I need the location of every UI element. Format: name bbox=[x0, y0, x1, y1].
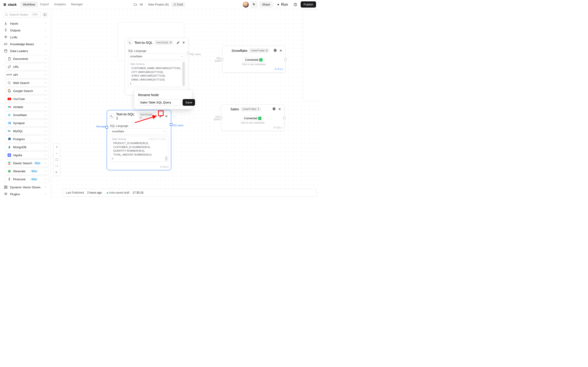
breadcrumb-folder[interactable]: All bbox=[139, 3, 143, 6]
scrollbar[interactable] bbox=[182, 62, 185, 86]
drag-handle-icon[interactable] bbox=[44, 138, 47, 140]
sidebar-item-google-search[interactable]: Google Search bbox=[5, 87, 49, 94]
sidebar-item-synapse[interactable]: Synapse bbox=[5, 119, 49, 127]
rename-input[interactable] bbox=[138, 99, 181, 106]
http-icon: HTTP bbox=[7, 73, 11, 77]
schema-textarea[interactable]: Table Schema…HAR(16777216), PRODUCT_ID N… bbox=[110, 136, 168, 162]
cursor-button[interactable] bbox=[251, 1, 258, 8]
sidebar-item-elastic-search[interactable]: Elastic SearchBeta bbox=[5, 159, 49, 167]
run-button[interactable]: Run bbox=[275, 1, 290, 8]
drag-handle-icon[interactable] bbox=[44, 154, 47, 156]
scrollbar[interactable] bbox=[165, 156, 167, 161]
drag-handle-icon[interactable] bbox=[44, 81, 47, 84]
nav-dynamic-vector-stores[interactable]: Dynamic Vector Stores bbox=[2, 184, 49, 191]
drag-handle-icon[interactable] bbox=[44, 73, 47, 76]
drag-handle-icon[interactable] bbox=[44, 178, 47, 181]
sidebar-item-airtable[interactable]: Airtable bbox=[5, 103, 49, 110]
sidebar-item-label: Pinecone bbox=[13, 177, 26, 181]
port-in[interactable] bbox=[105, 126, 108, 129]
node-text-to-sql-0[interactable]: Text-to-SQL text2sql-0 SQL Language snow… bbox=[125, 38, 188, 95]
lang-select[interactable]: snowflake bbox=[128, 53, 185, 59]
nav-outputs[interactable]: Outputs bbox=[2, 27, 49, 34]
node-snowflake-1[interactable]: Sales snowflake-1 Connected✓ Click to se… bbox=[221, 104, 284, 131]
clock-button[interactable] bbox=[292, 1, 299, 8]
lang-select[interactable]: snowflake bbox=[110, 128, 168, 134]
schema-textarea[interactable]: Table Schema CUSTOMER_NAME VARCHAR(16777… bbox=[128, 61, 185, 87]
nav-inputs[interactable]: Inputs bbox=[2, 20, 49, 27]
sidebar-item-snowflake[interactable]: Snowflake bbox=[5, 111, 49, 119]
sidebar-item-pinecone[interactable]: PineconeBeta bbox=[5, 175, 49, 182]
sidebar-item-documents[interactable]: Documents bbox=[5, 55, 49, 62]
svg-rect-14 bbox=[4, 186, 6, 187]
sidebar-item-web-search[interactable]: Web Search bbox=[5, 79, 49, 86]
drag-handle-icon[interactable] bbox=[44, 162, 47, 165]
port-in[interactable] bbox=[221, 58, 224, 61]
chevron-right-icon bbox=[44, 29, 47, 32]
chevron-down-icon bbox=[163, 130, 166, 133]
node-downstream-hidden[interactable] bbox=[303, 9, 319, 101]
close-node-button[interactable] bbox=[164, 114, 169, 118]
nav-knowledge-bases[interactable]: Knowledge Bases bbox=[2, 41, 49, 48]
drag-handle-icon[interactable] bbox=[44, 170, 47, 173]
logo[interactable]: stack bbox=[3, 2, 17, 7]
zoom-out[interactable]: − bbox=[53, 150, 60, 156]
port-in[interactable] bbox=[220, 117, 222, 119]
zoom-grid[interactable] bbox=[53, 163, 60, 169]
edit-node-button[interactable] bbox=[176, 40, 180, 45]
tab-workflow[interactable]: Workflow bbox=[20, 2, 37, 7]
publish-button[interactable]: Publish bbox=[301, 1, 316, 8]
drag-handle-icon[interactable] bbox=[44, 65, 47, 68]
canvas[interactable]: Message Text-to-SQL text2sql-0 SQL Langu… bbox=[51, 9, 319, 199]
drag-handle-icon[interactable] bbox=[44, 122, 47, 124]
search-input[interactable]: Search Nodes CtrlK bbox=[3, 11, 41, 18]
collapse-sidebar-button[interactable] bbox=[42, 12, 48, 18]
port-out[interactable] bbox=[170, 123, 173, 126]
port-out[interactable] bbox=[284, 58, 287, 61]
drag-handle-icon[interactable] bbox=[44, 146, 47, 148]
close-node-button[interactable] bbox=[181, 40, 186, 45]
settings-button[interactable] bbox=[273, 48, 277, 53]
tab-manager[interactable]: Manager bbox=[69, 2, 85, 7]
connection-badge[interactable]: Connected✓ bbox=[242, 57, 265, 63]
drag-handle-icon[interactable] bbox=[44, 98, 47, 100]
tab-analytics[interactable]: Analytics bbox=[52, 2, 68, 7]
shortcut-badge: CtrlK bbox=[31, 13, 39, 16]
share-button[interactable]: Share bbox=[259, 1, 273, 8]
rename-save-button[interactable]: Save bbox=[183, 99, 195, 106]
draft-badge[interactable]: Draft bbox=[171, 2, 185, 7]
sidebar-item-algolia[interactable]: Algolia bbox=[5, 151, 49, 159]
zoom-in[interactable]: + bbox=[53, 144, 60, 150]
drag-handle-icon[interactable] bbox=[44, 114, 47, 116]
breadcrumb-project[interactable]: New Project (6) bbox=[148, 3, 169, 6]
nav-llms[interactable]: LLMs bbox=[2, 34, 49, 41]
zoom-map[interactable] bbox=[53, 169, 60, 176]
close-node-button[interactable] bbox=[277, 107, 282, 111]
drag-handle-icon[interactable] bbox=[44, 106, 47, 108]
zoom-fit[interactable] bbox=[53, 156, 60, 163]
sidebar-item-mysql[interactable]: MyMySQL bbox=[5, 127, 49, 135]
autosave-time: 17:35:19 bbox=[132, 191, 143, 194]
sidebar-item-api[interactable]: HTTPAPI bbox=[5, 71, 49, 78]
close-node-button[interactable] bbox=[278, 48, 283, 53]
tab-export[interactable]: Export bbox=[38, 2, 52, 7]
settings-button[interactable] bbox=[272, 107, 276, 111]
sidebar-item-url[interactable]: URL bbox=[5, 63, 49, 70]
connection-badge[interactable]: Connected✓ bbox=[242, 116, 264, 121]
sidebar-item-weaviate[interactable]: WeaviateBeta bbox=[5, 167, 49, 175]
drag-handle-icon[interactable] bbox=[44, 57, 47, 60]
node-snowflake-0[interactable]: Snowflake snowflake-0 Connected✓ Click t… bbox=[222, 46, 285, 73]
sidebar-item-youtube[interactable]: YouTube bbox=[5, 95, 49, 102]
nav-data-loaders[interactable]: Data Loaders bbox=[2, 48, 49, 54]
drag-handle-icon[interactable] bbox=[44, 90, 47, 92]
drag-handle-icon[interactable] bbox=[44, 130, 47, 132]
chevron-right-icon bbox=[44, 186, 47, 189]
snowflake-icon bbox=[7, 113, 11, 117]
sidebar-item-postgres[interactable]: Postgres bbox=[5, 135, 49, 143]
port-out[interactable] bbox=[187, 52, 190, 55]
beta-badge: Beta bbox=[30, 170, 38, 173]
sidebar-item-mongodb[interactable]: MongoDB bbox=[5, 143, 49, 151]
port-out[interactable] bbox=[283, 117, 286, 119]
avatar[interactable] bbox=[243, 2, 249, 8]
maximize-icon bbox=[55, 158, 58, 161]
nav-plugins[interactable]: Plugins bbox=[2, 191, 49, 198]
